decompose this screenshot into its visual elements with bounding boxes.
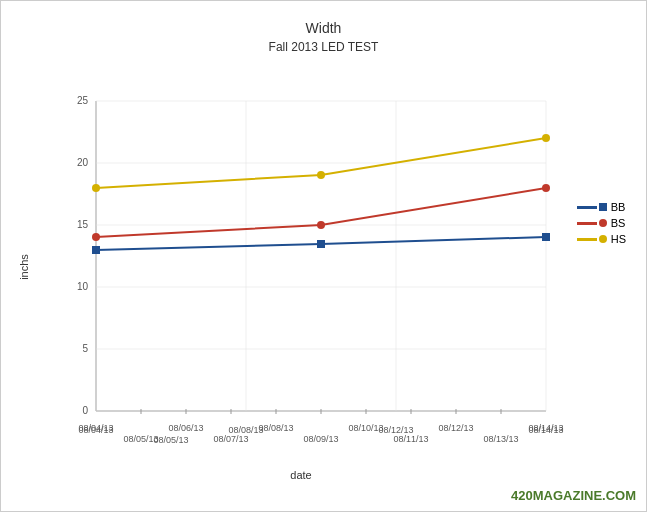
sub-title: Fall 2013 LED TEST xyxy=(1,39,646,56)
svg-rect-45 xyxy=(542,233,550,241)
legend-item-hs: HS xyxy=(577,233,626,245)
legend: BB BS HS xyxy=(577,201,626,245)
legend-item-bb: BB xyxy=(577,201,626,213)
svg-text:08/08/13: 08/08/13 xyxy=(258,423,293,433)
svg-rect-43 xyxy=(92,246,100,254)
svg-point-49 xyxy=(92,184,100,192)
svg-text:08/09/13: 08/09/13 xyxy=(303,434,338,444)
svg-point-48 xyxy=(542,184,550,192)
svg-text:20: 20 xyxy=(77,157,89,168)
page: Width Fall 2013 LED TEST inchs 0 5 10 15 xyxy=(0,0,647,512)
svg-rect-44 xyxy=(317,240,325,248)
svg-text:0: 0 xyxy=(82,405,88,416)
svg-text:25: 25 xyxy=(77,95,89,106)
legend-label-bb: BB xyxy=(611,201,626,213)
svg-text:08/12/13: 08/12/13 xyxy=(438,423,473,433)
svg-text:08/11/13: 08/11/13 xyxy=(393,434,428,444)
legend-label-bs: BS xyxy=(611,217,626,229)
svg-text:15: 15 xyxy=(77,219,89,230)
svg-text:5: 5 xyxy=(82,343,88,354)
svg-text:08/07/13: 08/07/13 xyxy=(213,434,248,444)
main-title: Width xyxy=(1,19,646,39)
svg-text:08/06/13: 08/06/13 xyxy=(168,423,203,433)
svg-text:10: 10 xyxy=(77,281,89,292)
svg-point-47 xyxy=(317,221,325,229)
svg-text:08/13/13: 08/13/13 xyxy=(483,434,518,444)
svg-point-50 xyxy=(317,171,325,179)
y-axis-label: inchs xyxy=(18,254,30,280)
svg-text:08/05/13: 08/05/13 xyxy=(153,435,188,445)
x-axis-label: date xyxy=(56,469,546,481)
svg-point-51 xyxy=(542,134,550,142)
svg-text:08/04/13: 08/04/13 xyxy=(78,423,113,433)
chart-area: 0 5 10 15 20 25 08/04/13 08/08/13 08/12/… xyxy=(56,91,586,461)
chart-title: Width Fall 2013 LED TEST xyxy=(1,1,646,55)
svg-text:08/14/13: 08/14/13 xyxy=(528,423,563,433)
watermark: 420MAGAZINE.COM xyxy=(511,488,636,503)
legend-item-bs: BS xyxy=(577,217,626,229)
legend-label-hs: HS xyxy=(611,233,626,245)
svg-point-46 xyxy=(92,233,100,241)
svg-text:08/05/13: 08/05/13 xyxy=(123,434,158,444)
chart-svg: 0 5 10 15 20 25 08/04/13 08/08/13 08/12/… xyxy=(56,91,586,461)
svg-text:08/10/13: 08/10/13 xyxy=(348,423,383,433)
